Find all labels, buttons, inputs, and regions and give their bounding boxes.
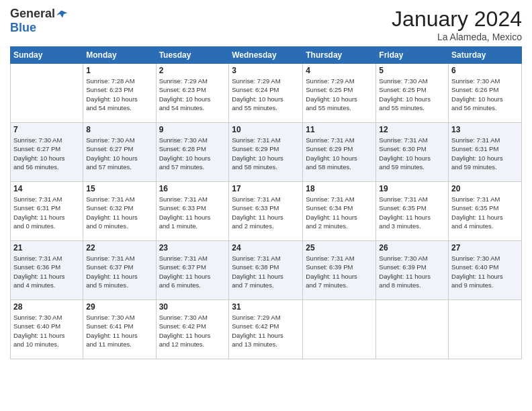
day-number: 8 <box>86 125 152 134</box>
day-info: Sunrise: 7:31 AM Sunset: 6:35 PM Dayligh… <box>451 195 519 230</box>
day-info: Sunrise: 7:31 AM Sunset: 6:33 PM Dayligh… <box>159 195 226 230</box>
day-number: 31 <box>232 302 300 312</box>
day-info: Sunrise: 7:30 AM Sunset: 6:40 PM Dayligh… <box>13 313 80 349</box>
day-number: 16 <box>159 184 226 193</box>
week-row: 28Sunrise: 7:30 AM Sunset: 6:40 PM Dayli… <box>11 300 522 359</box>
day-info: Sunrise: 7:30 AM Sunset: 6:27 PM Dayligh… <box>86 136 152 171</box>
day-number: 2 <box>159 66 226 75</box>
logo-general-text: General <box>10 7 55 21</box>
calendar-cell: 28Sunrise: 7:30 AM Sunset: 6:40 PM Dayli… <box>11 300 83 359</box>
day-number: 6 <box>451 66 519 75</box>
day-number: 21 <box>13 243 80 253</box>
calendar-cell: 7Sunrise: 7:30 AM Sunset: 6:27 PM Daylig… <box>11 123 83 182</box>
day-number: 26 <box>379 243 445 253</box>
calendar-cell: 2Sunrise: 7:29 AM Sunset: 6:23 PM Daylig… <box>156 64 229 123</box>
calendar-cell: 11Sunrise: 7:31 AM Sunset: 6:29 PM Dayli… <box>303 123 376 182</box>
calendar-cell <box>449 300 522 359</box>
day-info: Sunrise: 7:30 AM Sunset: 6:27 PM Dayligh… <box>13 136 80 171</box>
calendar-cell: 25Sunrise: 7:31 AM Sunset: 6:39 PM Dayli… <box>303 241 376 300</box>
day-number: 1 <box>86 66 152 75</box>
day-number: 20 <box>451 184 519 193</box>
calendar-cell: 10Sunrise: 7:31 AM Sunset: 6:29 PM Dayli… <box>229 123 303 182</box>
calendar-cell: 31Sunrise: 7:29 AM Sunset: 6:42 PM Dayli… <box>229 300 303 359</box>
calendar-cell: 3Sunrise: 7:29 AM Sunset: 6:24 PM Daylig… <box>229 64 303 123</box>
day-info: Sunrise: 7:30 AM Sunset: 6:28 PM Dayligh… <box>159 136 226 171</box>
day-info: Sunrise: 7:31 AM Sunset: 6:34 PM Dayligh… <box>306 195 373 230</box>
day-number: 3 <box>232 66 300 75</box>
day-info: Sunrise: 7:29 AM Sunset: 6:24 PM Dayligh… <box>232 77 300 112</box>
calendar-cell: 13Sunrise: 7:31 AM Sunset: 6:31 PM Dayli… <box>449 123 522 182</box>
day-info: Sunrise: 7:31 AM Sunset: 6:36 PM Dayligh… <box>13 254 80 289</box>
day-info: Sunrise: 7:30 AM Sunset: 6:40 PM Dayligh… <box>451 254 519 289</box>
day-number: 29 <box>86 302 152 312</box>
calendar-cell: 17Sunrise: 7:31 AM Sunset: 6:33 PM Dayli… <box>229 182 303 241</box>
day-number: 9 <box>159 125 226 134</box>
column-header-friday: Friday <box>376 47 449 64</box>
logo-blue-text: Blue <box>10 21 36 35</box>
day-info: Sunrise: 7:30 AM Sunset: 6:41 PM Dayligh… <box>86 313 152 349</box>
column-header-wednesday: Wednesday <box>229 47 303 64</box>
calendar-cell: 22Sunrise: 7:31 AM Sunset: 6:37 PM Dayli… <box>83 241 156 300</box>
day-info: Sunrise: 7:31 AM Sunset: 6:29 PM Dayligh… <box>232 136 300 171</box>
calendar-cell: 4Sunrise: 7:29 AM Sunset: 6:25 PM Daylig… <box>303 64 376 123</box>
day-number: 28 <box>13 302 80 312</box>
day-number: 10 <box>232 125 300 134</box>
day-number: 11 <box>306 125 373 134</box>
day-info: Sunrise: 7:30 AM Sunset: 6:26 PM Dayligh… <box>451 77 519 112</box>
day-number: 30 <box>159 302 226 312</box>
day-info: Sunrise: 7:28 AM Sunset: 6:23 PM Dayligh… <box>86 77 152 112</box>
day-number: 17 <box>232 184 300 193</box>
day-number: 25 <box>306 243 373 253</box>
calendar-cell: 27Sunrise: 7:30 AM Sunset: 6:40 PM Dayli… <box>449 241 522 300</box>
week-row: 1Sunrise: 7:28 AM Sunset: 6:23 PM Daylig… <box>11 64 522 123</box>
calendar-cell <box>376 300 449 359</box>
week-row: 14Sunrise: 7:31 AM Sunset: 6:31 PM Dayli… <box>11 182 522 241</box>
calendar-cell: 21Sunrise: 7:31 AM Sunset: 6:36 PM Dayli… <box>11 241 83 300</box>
day-number: 13 <box>451 125 519 134</box>
day-info: Sunrise: 7:31 AM Sunset: 6:37 PM Dayligh… <box>86 254 152 289</box>
day-info: Sunrise: 7:31 AM Sunset: 6:33 PM Dayligh… <box>232 195 300 230</box>
calendar-cell: 8Sunrise: 7:30 AM Sunset: 6:27 PM Daylig… <box>83 123 156 182</box>
logo-bird-icon <box>56 8 69 20</box>
day-info: Sunrise: 7:31 AM Sunset: 6:39 PM Dayligh… <box>306 254 373 289</box>
column-header-monday: Monday <box>83 47 156 64</box>
header: General Blue January 2024 La Alameda, Me… <box>10 7 522 42</box>
month-title: January 2024 <box>392 7 522 32</box>
day-info: Sunrise: 7:31 AM Sunset: 6:31 PM Dayligh… <box>451 136 519 171</box>
calendar-cell: 23Sunrise: 7:31 AM Sunset: 6:37 PM Dayli… <box>156 241 229 300</box>
calendar-cell <box>303 300 376 359</box>
day-number: 22 <box>86 243 152 253</box>
calendar-cell: 24Sunrise: 7:31 AM Sunset: 6:38 PM Dayli… <box>229 241 303 300</box>
calendar-cell: 26Sunrise: 7:30 AM Sunset: 6:39 PM Dayli… <box>376 241 449 300</box>
calendar-cell: 1Sunrise: 7:28 AM Sunset: 6:23 PM Daylig… <box>83 64 156 123</box>
day-info: Sunrise: 7:31 AM Sunset: 6:30 PM Dayligh… <box>379 136 445 171</box>
day-number: 23 <box>159 243 226 253</box>
calendar-cell: 19Sunrise: 7:31 AM Sunset: 6:35 PM Dayli… <box>376 182 449 241</box>
day-number: 19 <box>379 184 445 193</box>
calendar-cell: 15Sunrise: 7:31 AM Sunset: 6:32 PM Dayli… <box>83 182 156 241</box>
svg-marker-0 <box>56 10 67 17</box>
page: General Blue January 2024 La Alameda, Me… <box>0 0 532 411</box>
calendar-cell: 29Sunrise: 7:30 AM Sunset: 6:41 PM Dayli… <box>83 300 156 359</box>
day-number: 27 <box>451 243 519 253</box>
day-info: Sunrise: 7:31 AM Sunset: 6:32 PM Dayligh… <box>86 195 152 230</box>
calendar-cell: 16Sunrise: 7:31 AM Sunset: 6:33 PM Dayli… <box>156 182 229 241</box>
column-header-sunday: Sunday <box>11 47 83 64</box>
day-info: Sunrise: 7:29 AM Sunset: 6:23 PM Dayligh… <box>159 77 226 112</box>
calendar-cell: 12Sunrise: 7:31 AM Sunset: 6:30 PM Dayli… <box>376 123 449 182</box>
day-number: 7 <box>13 125 80 134</box>
calendar-cell: 9Sunrise: 7:30 AM Sunset: 6:28 PM Daylig… <box>156 123 229 182</box>
day-info: Sunrise: 7:31 AM Sunset: 6:35 PM Dayligh… <box>379 195 445 230</box>
day-number: 12 <box>379 125 445 134</box>
day-info: Sunrise: 7:29 AM Sunset: 6:25 PM Dayligh… <box>306 77 373 112</box>
calendar-cell: 20Sunrise: 7:31 AM Sunset: 6:35 PM Dayli… <box>449 182 522 241</box>
day-number: 5 <box>379 66 445 75</box>
calendar-cell: 18Sunrise: 7:31 AM Sunset: 6:34 PM Dayli… <box>303 182 376 241</box>
calendar-cell: 5Sunrise: 7:30 AM Sunset: 6:25 PM Daylig… <box>376 64 449 123</box>
title-block: January 2024 La Alameda, Mexico <box>392 7 522 42</box>
location-text: La Alameda, Mexico <box>392 32 522 42</box>
day-info: Sunrise: 7:31 AM Sunset: 6:37 PM Dayligh… <box>159 254 226 289</box>
day-number: 18 <box>306 184 373 193</box>
day-number: 15 <box>86 184 152 193</box>
day-info: Sunrise: 7:31 AM Sunset: 6:38 PM Dayligh… <box>232 254 300 289</box>
